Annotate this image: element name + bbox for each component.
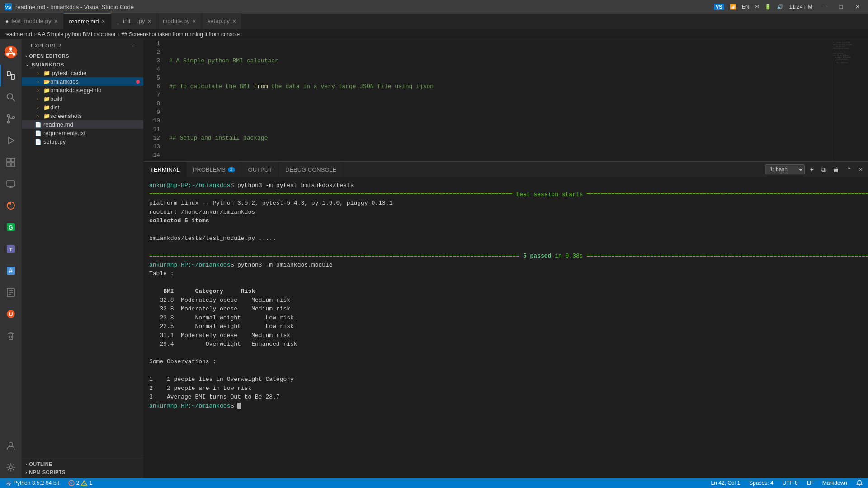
terminal-rootdir: rootdir: /home/ankur/bmiankdos — [149, 208, 863, 217]
status-eol-text: LF — [807, 480, 813, 486]
activity-extensions[interactable] — [0, 151, 22, 173]
svg-rect-7 — [11, 74, 14, 79]
ln-1: 1 — [144, 39, 160, 48]
terminal-tab-problems[interactable]: PROBLEMS 3 — [187, 162, 242, 178]
tree-item-bmiankdos[interactable]: › 📂 bmiankdos — [22, 77, 143, 86]
tree-item-pytest-cache-label: 📁 — [43, 70, 50, 76]
terminal-tab-debug[interactable]: DEBUG CONSOLE — [279, 162, 343, 178]
sidebar-bottom: › Outline › NPM SCRIPTS — [22, 458, 143, 478]
status-spaces[interactable]: Spaces: 4 — [747, 480, 775, 486]
activity-trash[interactable] — [0, 325, 22, 347]
activity-teams[interactable]: T — [0, 238, 22, 260]
breadcrumb-item-2[interactable]: A A Simple python BMI calcutaor — [38, 31, 116, 38]
status-ln-col[interactable]: Ln 42, Col 1 — [709, 480, 742, 486]
activity-green-app[interactable]: G — [0, 216, 22, 238]
content-area: G T # — [0, 39, 868, 478]
npm-scripts-label: NPM SCRIPTS — [29, 469, 66, 475]
tab-module-close[interactable]: × — [193, 18, 196, 25]
terminal-panel: TERMINAL PROBLEMS 3 OUTPUT DEBUG CONSOLE — [144, 161, 868, 478]
ln-5: 5 — [144, 74, 160, 82]
editor-content[interactable]: # A Simple python BMI calcutaor ## To ca… — [165, 39, 832, 161]
status-python[interactable]: Py Python 3.5.2 64-bit — [4, 480, 61, 486]
tree-item-readme[interactable]: 📄 readme.md — [22, 120, 143, 129]
activity-explorer[interactable] — [0, 65, 22, 86]
tab-test-module-text: test_module.py — [11, 18, 51, 24]
tree-item-dist[interactable]: › 📁 dist — [22, 103, 143, 112]
terminal-platform: platform linux -- Python 3.5.2, pytest-5… — [149, 199, 863, 208]
tab-test-module-close[interactable]: × — [54, 18, 57, 25]
npm-scripts-section[interactable]: › NPM SCRIPTS — [22, 468, 143, 476]
terminal-close-btn[interactable]: × — [857, 165, 864, 174]
tab-module[interactable]: module.py × — [157, 13, 202, 29]
tree-item-build[interactable]: › 📁 build — [22, 94, 143, 103]
tree-item-requirements[interactable]: 📄 requirements.txt — [22, 129, 143, 137]
ln-2: 2 — [144, 48, 160, 56]
terminal-separator-1: ========================================… — [149, 190, 863, 199]
terminal-row-1: 32.8 Moderately obese Medium risk — [149, 296, 863, 305]
terminal-blank-1 — [149, 225, 863, 235]
status-eol[interactable]: LF — [805, 480, 815, 486]
titlebar-vscode-icon: VS — [714, 4, 724, 10]
tab-readme[interactable]: readme.md × — [64, 13, 111, 29]
activity-notes[interactable] — [0, 282, 22, 303]
terminal-trash-btn[interactable]: 🗑 — [831, 165, 841, 174]
terminal-split-btn[interactable]: ⧉ — [819, 165, 827, 174]
titlebar-left: VS readme.md - bmiankdos - Visual Studio… — [5, 3, 134, 10]
status-encoding[interactable]: UTF-8 — [781, 480, 800, 486]
tab-test-module[interactable]: ● test_module.py × — [0, 13, 64, 29]
outline-section[interactable]: › Outline — [22, 460, 143, 468]
sidebar-header: Explorer ··· — [22, 39, 143, 52]
tree-item-egg-info[interactable]: › 📁 bmiankdos.egg-info — [22, 86, 143, 94]
error-icon: ✕ — [68, 480, 75, 486]
tab-init-close[interactable]: × — [147, 18, 151, 25]
status-errors[interactable]: ✕ 2 ! 1 — [66, 480, 94, 486]
terminal-add-btn[interactable]: + — [808, 165, 816, 174]
status-lang[interactable]: Markdown — [821, 480, 849, 486]
project-section[interactable]: ⌄ BMIANKDOS — [22, 60, 143, 69]
terminal-tab-output[interactable]: OUTPUT — [242, 162, 279, 178]
tree-item-setup[interactable]: 📄 setup.py — [22, 137, 143, 146]
svg-text:U: U — [9, 311, 13, 318]
terminal-blank-5 — [149, 366, 863, 375]
sidebar-more-icon[interactable]: ··· — [132, 43, 138, 48]
activity-scm[interactable] — [0, 108, 22, 130]
minimize-button[interactable]: — — [818, 4, 830, 10]
tab-setup[interactable]: setup.py × — [202, 13, 242, 29]
ln-14: 14 — [144, 151, 160, 160]
terminal-final-prompt-text: ankur@hp-HP:~/bmiankdos — [149, 403, 230, 409]
folder-icon-egg-info: › — [34, 87, 42, 94]
terminal-observations-label: Some Observations : — [149, 357, 863, 366]
activity-settings[interactable] — [0, 456, 22, 478]
terminal-row-6: 29.4 Overweight Enhanced risk — [149, 340, 863, 349]
activity-ubuntu[interactable] — [0, 39, 22, 65]
terminal-obs-2: 2 2 people are in Low risk — [149, 384, 863, 393]
maximize-button[interactable]: □ — [836, 4, 846, 10]
editor[interactable]: 1 2 3 4 5 6 7 8 9 10 11 12 13 14 15 16 1 — [144, 39, 868, 161]
status-notifications[interactable] — [854, 480, 864, 486]
terminal-tab-terminal[interactable]: TERMINAL — [144, 162, 187, 178]
activity-calc[interactable]: # — [0, 260, 22, 282]
tab-init[interactable]: __init__.py × — [111, 13, 157, 29]
open-editors-section[interactable]: › Open Editors — [22, 52, 143, 60]
bash-selector[interactable]: 1: bash — [765, 164, 805, 174]
tab-readme-close[interactable]: × — [101, 18, 105, 25]
tab-setup-close[interactable]: × — [232, 18, 236, 25]
tree-item-screenshots[interactable]: › 📁 screenshots — [22, 112, 143, 120]
activity-orange-app[interactable]: U — [0, 303, 22, 325]
activity-remote[interactable] — [0, 173, 22, 195]
terminal-collapse-btn[interactable]: ⌃ — [844, 165, 854, 174]
terminal-cmd-1: $ python3 -m pytest bmiankdos/tests — [230, 182, 354, 189]
activity-firefox[interactable] — [0, 195, 22, 216]
breadcrumb-item-1[interactable]: readme.md — [5, 31, 32, 38]
terminal-content[interactable]: ankur@hp-HP:~/bmiankdos$ python3 -m pyte… — [144, 178, 868, 478]
tree-item-pytest-cache[interactable]: › 📁 .pytest_cache — [22, 69, 143, 77]
activity-search[interactable] — [0, 86, 22, 108]
activity-debug[interactable] — [0, 130, 22, 151]
status-encoding-text: UTF-8 — [783, 480, 798, 486]
terminal-tab-output-label: OUTPUT — [248, 166, 272, 173]
svg-point-8 — [7, 94, 13, 99]
breadcrumb-item-3[interactable]: ## Screenshot taken from running it from… — [121, 31, 243, 38]
activity-account[interactable] — [0, 435, 22, 456]
svg-line-9 — [12, 99, 15, 101]
close-button[interactable]: ✕ — [852, 4, 863, 10]
